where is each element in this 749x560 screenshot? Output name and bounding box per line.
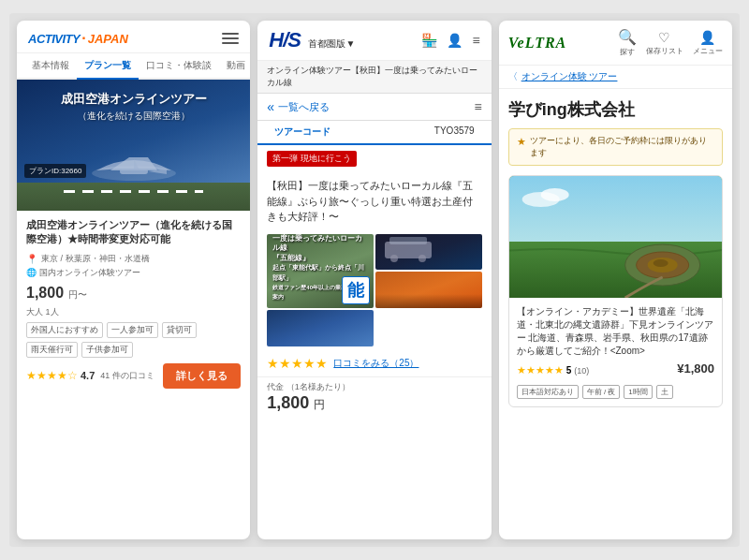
panel1-header: ACTIVITY · JAPAN [17, 21, 250, 53]
back-button[interactable]: « 一覧へ戻る [267, 99, 330, 114]
panel3-review-count: (10) [574, 366, 589, 376]
tour-image-sunset [375, 272, 482, 308]
tour-card-rating: ★★★★★ 5 (10) ¥1,800 [517, 361, 714, 379]
his-hamburger-icon[interactable]: ≡ [472, 33, 479, 48]
rating-row: ★★★★☆ 4.7 41 件の口コミ [26, 367, 154, 384]
tour-description: 【秋田】一度は乗ってみたいローカル線『五能線』ぶらり旅〜ぐっしり重い特選お土産付… [257, 172, 491, 230]
logo-dot: · [81, 30, 85, 47]
person-icon: 👤 [699, 30, 715, 45]
panel3-rating-num: 5 [566, 365, 572, 376]
svg-point-13 [653, 259, 668, 267]
hero-subtitle: （進化を続ける国際空港） [17, 110, 250, 123]
tag-kids: 子供参加可 [81, 342, 133, 358]
back-label: 一覧へ戻る [278, 100, 330, 114]
tag-day: 土 [656, 385, 673, 399]
panel2-content: ツアーコード TYO3579 第一弾 現地に行こう 【秋田】一度は乗ってみたいロ… [257, 121, 491, 539]
panel2-nav-breadcrumb: オンライン体験ツアー【秋田】一度は乗ってみたいローカル線 [257, 61, 491, 94]
his-logo-area: H/S 首都圏版▼ [269, 28, 355, 52]
tour-card-tags: 日本語対応あり 午前 / 夜 1時間 土 [517, 385, 714, 399]
tag-private: 貸切可 [162, 322, 197, 338]
panel2-star-icons: ★★★★★ [267, 356, 328, 371]
tour-code-bar: ツアーコード TYO3579 [257, 121, 491, 145]
price-main: 1,800 [26, 285, 64, 301]
panel2-review-link[interactable]: 口コミをみる（25） [333, 357, 419, 370]
hero-title: 成田空港オンラインツアー [17, 91, 250, 108]
heart-icon: ♡ [658, 30, 670, 45]
tour-card[interactable]: 【オンライン・アカデミー】世界遺産「北海道・北東北の縄文遺跡群」下見オンラインツ… [508, 175, 723, 407]
panel3-breadcrumb: 〈 オンライン体験 ツアー [499, 66, 732, 89]
his-logo: H/S [269, 28, 301, 52]
tag-rain: 雨天催行可 [26, 342, 78, 358]
menu-label: メニュー [693, 46, 723, 56]
panel-activity-japan: ACTIVITY · JAPAN 基本情報 プラン一覧 口コミ・体験談 動画 [17, 21, 250, 539]
tab-basic-info[interactable]: 基本情報 [24, 53, 77, 80]
panel1-tabs: 基本情報 プラン一覧 口コミ・体験談 動画 [17, 53, 250, 80]
hamburger-menu-icon[interactable] [222, 33, 239, 44]
tag-solo: 一人参加可 [107, 322, 158, 338]
tag-foreigner: 外国人におすすめ [26, 322, 103, 338]
svg-point-4 [390, 255, 398, 262]
location-text: 東京 / 秋葉原・神田・水道橋 [41, 253, 150, 265]
detail-button[interactable]: 詳しく見る [163, 363, 241, 389]
tour-hero-image: 成田空港オンラインツアー （進化を続ける国際空港） プランID:32660 [17, 80, 250, 211]
tags-row: 外国人におすすめ 一人参加可 貸切可 雨天催行可 子供参加可 [26, 322, 241, 358]
notice-icon: ★ [517, 136, 526, 148]
svg-rect-3 [389, 237, 427, 244]
tab-video[interactable]: 動画 [219, 53, 250, 80]
panel2-rating-row: ★★★★★ 口コミをみる（25） [257, 350, 491, 376]
search-icon-item[interactable]: 🔍 探す [618, 28, 637, 57]
svg-rect-6 [509, 176, 722, 242]
panel2-back-bar: « 一覧へ戻る ≡ [257, 94, 491, 121]
member-service-icon: 👤 [447, 33, 463, 48]
hero-text-overlay: 成田空港オンラインツアー （進化を続ける国際空港） [17, 91, 250, 123]
plan-id-badge: プランID:32660 [24, 164, 86, 178]
notice-text: ツアーにより、各日のご予約枠には限りがあります [530, 135, 714, 159]
header-icons: 🔍 探す ♡ 保存リスト 👤 メニュー [618, 28, 723, 57]
panel2-price-label: 代金 （1名様あたり） [267, 381, 481, 393]
panel2-header: H/S 首都圏版▼ 🏪 👤 ≡ [257, 21, 491, 61]
tour-code-tab[interactable]: ツアーコード [267, 121, 338, 145]
svg-rect-1 [120, 169, 148, 174]
tab-reviews[interactable]: 口コミ・体験談 [139, 53, 219, 80]
chevron-left-icon: « [267, 99, 274, 114]
logo-activity-text: ACTIVITY [28, 32, 80, 46]
first-badge: 第一弾 現地に行こう [267, 151, 357, 167]
svg-point-5 [419, 255, 426, 262]
his-header-icons: 🏪 👤 ≡ [421, 33, 479, 48]
tag-time: 午前 / 夜 [582, 385, 621, 399]
train-silhouette [380, 234, 436, 266]
tour-image-large: 一度は乗ってみたいローカル線『五能線』起点「東能代駅」から終点「川部駅」鉄道ファ… [267, 234, 374, 308]
panel3-star-icons: ★★★★★ [517, 364, 564, 376]
panel2-price-row: 代金 （1名様あたり） 1,800 円 [257, 376, 491, 420]
tour-card-price: ¥1,800 [677, 361, 714, 376]
menu-icon-item[interactable]: 👤 メニュー [693, 30, 723, 56]
panel2-price-yen: 円 [314, 398, 325, 411]
panel1-content: 成田空港オンラインツアー （進化を続ける国際空港） プランID:32660 成田… [17, 80, 250, 539]
noh-character-badge: 能 [342, 276, 370, 304]
panel3-header: VeLTRA 🔍 探す ♡ 保存リスト 👤 メニュー [499, 21, 732, 66]
tag-language: 日本語対応あり [517, 385, 579, 399]
tag-duration: 1時間 [624, 385, 652, 399]
svg-point-9 [540, 188, 568, 201]
bottom-row: ★★★★☆ 4.7 41 件の口コミ 詳しく見る [26, 363, 241, 389]
activity-japan-logo: ACTIVITY · JAPAN [28, 30, 128, 47]
logo-japan-text: JAPAN [88, 32, 128, 46]
tour-card-body: 【オンライン・アカデミー】世界遺産「北海道・北東北の縄文遺跡群」下見オンラインツ… [509, 298, 722, 406]
his-back-hamburger[interactable]: ≡ [474, 99, 481, 114]
favorites-icon-item[interactable]: ♡ 保存リスト [646, 30, 683, 56]
tour-image-blue [267, 310, 374, 346]
breadcrumb-link[interactable]: オンライン体験 ツアー [521, 70, 618, 83]
notice-box: ★ ツアーにより、各日のご予約枠には限りがあります [508, 128, 723, 166]
tour-image-dark [375, 234, 482, 271]
rating-number: 4.7 [81, 370, 95, 381]
price-row: 1,800 円〜 大人 1人 [26, 285, 241, 318]
location-icon: 📍 [26, 254, 37, 264]
tour-name: 成田空港オンラインツアー（進化を続ける国際空港）★時間帯変更対応可能 [26, 218, 241, 247]
price-per: 大人 1人 [26, 307, 59, 317]
breadcrumb-back-icon[interactable]: 〈 [508, 70, 518, 83]
tab-plan-list[interactable]: プラン一覧 [77, 53, 139, 80]
main-container: ACTIVITY · JAPAN 基本情報 プラン一覧 口コミ・体験談 動画 [9, 13, 740, 547]
panel1-tour-info: 成田空港オンラインツアー（進化を続ける国際空港）★時間帯変更対応可能 📍 東京 … [17, 211, 250, 396]
his-region: 首都圏版▼ [308, 38, 355, 49]
favorites-label: 保存リスト [646, 46, 683, 56]
